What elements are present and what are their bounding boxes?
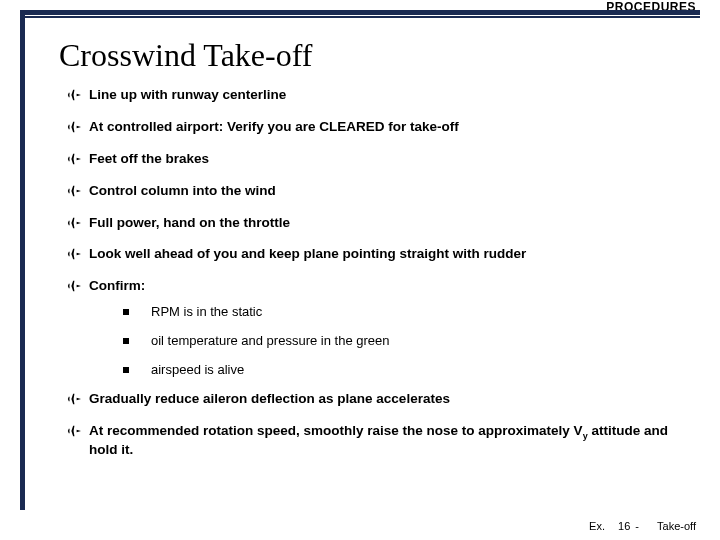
bullet-text: Control column into the wind xyxy=(89,183,276,200)
sub-text: RPM is in the static xyxy=(151,304,262,319)
sub-text: oil temperature and pressure in the gree… xyxy=(151,333,389,348)
square-bullet-icon xyxy=(123,338,129,344)
airplane-icon xyxy=(65,120,83,134)
list-item: At controlled airport: Verify you are CL… xyxy=(65,119,676,136)
bullet-text: Line up with runway centerline xyxy=(89,87,286,104)
airplane-icon xyxy=(65,184,83,198)
footer-ex: Ex. xyxy=(589,520,605,532)
bullet-text: Look well ahead of you and keep plane po… xyxy=(89,246,526,263)
list-item: Line up with runway centerline xyxy=(65,87,676,104)
sub-item: oil temperature and pressure in the gree… xyxy=(123,333,676,348)
footer-topic: Take-off xyxy=(657,520,696,532)
slide-frame: Crosswind Take-off Line up with runway c… xyxy=(20,10,700,510)
list-item: Look well ahead of you and keep plane po… xyxy=(65,246,676,263)
square-bullet-icon xyxy=(123,309,129,315)
list-item: Feet off the brakes xyxy=(65,151,676,168)
footer-number: 16 xyxy=(618,520,630,532)
airplane-icon xyxy=(65,279,83,293)
sub-text: airspeed is alive xyxy=(151,362,244,377)
sub-item: airspeed is alive xyxy=(123,362,676,377)
list-item: Full power, hand on the throttle xyxy=(65,215,676,232)
bullet-text: Gradually reduce aileron deflection as p… xyxy=(89,391,450,408)
bullet-text: Full power, hand on the throttle xyxy=(89,215,290,232)
bullet-text: Feet off the brakes xyxy=(89,151,209,168)
sub-item: RPM is in the static xyxy=(123,304,676,319)
airplane-icon xyxy=(65,216,83,230)
airplane-icon xyxy=(65,152,83,166)
airplane-icon xyxy=(65,424,83,438)
footer: Ex. 16- Take-off xyxy=(589,520,696,532)
list-item: Confirm: xyxy=(65,278,676,295)
list-item: At recommended rotation speed, smoothly … xyxy=(65,423,676,459)
sub-list: RPM is in the static oil temperature and… xyxy=(123,304,676,377)
bullet-text: At recommended rotation speed, smoothly … xyxy=(89,423,676,459)
list-item: Control column into the wind xyxy=(65,183,676,200)
airplane-icon xyxy=(65,247,83,261)
slide-title: Crosswind Take-off xyxy=(59,37,312,74)
airplane-icon xyxy=(65,88,83,102)
content-area: Line up with runway centerline At contro… xyxy=(65,87,676,459)
bullet-text: Confirm: xyxy=(89,278,145,295)
bullet-text: At controlled airport: Verify you are CL… xyxy=(89,119,459,136)
square-bullet-icon xyxy=(123,367,129,373)
list-item: Gradually reduce aileron deflection as p… xyxy=(65,391,676,408)
airplane-icon xyxy=(65,392,83,406)
